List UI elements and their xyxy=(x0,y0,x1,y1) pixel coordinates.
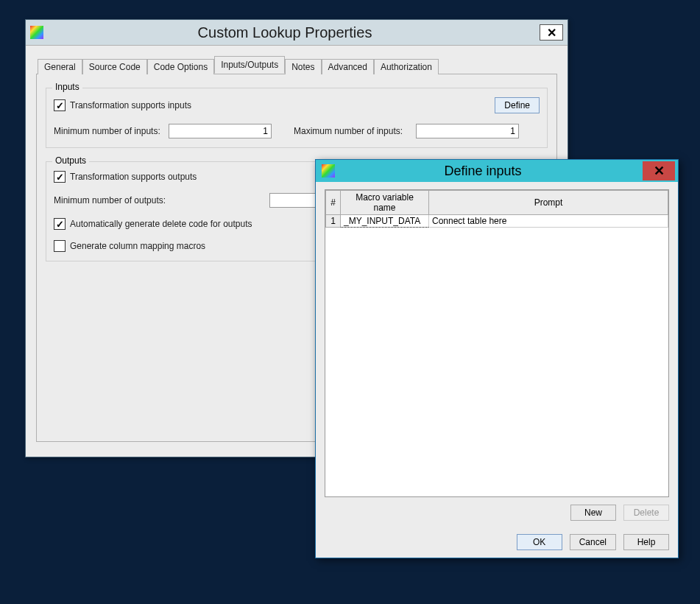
inputs-groupbox: Inputs Transformation supports inputs De… xyxy=(46,88,548,148)
ok-button[interactable]: OK xyxy=(517,534,562,550)
new-button[interactable]: New xyxy=(570,505,616,521)
tab-notes[interactable]: Notes xyxy=(285,59,321,74)
label-supports-inputs: Transformation supports inputs xyxy=(70,100,191,110)
dialog-button-row: OK Cancel Help xyxy=(325,534,669,550)
modal-title: Define inputs xyxy=(341,164,625,179)
label-min-inputs: Minimum number of inputs: xyxy=(54,126,164,136)
modal-titlebar[interactable]: Define inputs ✕ xyxy=(316,160,678,182)
modal-close-button[interactable]: ✕ xyxy=(643,161,675,180)
modal-body: # Macro variable name Prompt 1 _MY_INPUT… xyxy=(316,182,678,558)
grid-button-row: New Delete xyxy=(325,505,669,521)
main-titlebar[interactable]: Custom Lookup Properties ✕ xyxy=(26,20,568,46)
checkbox-supports-inputs[interactable] xyxy=(54,99,66,111)
cell-rownum: 1 xyxy=(326,215,341,228)
outputs-group-title: Outputs xyxy=(52,155,89,166)
column-header-number[interactable]: # xyxy=(326,191,341,215)
label-auto-delete: Automatically generate delete code for o… xyxy=(70,219,252,229)
input-max-inputs[interactable] xyxy=(416,124,519,138)
tab-authorization[interactable]: Authorization xyxy=(374,59,439,74)
label-gen-mapping: Generate column mapping macros xyxy=(70,241,205,251)
tab-source-code[interactable]: Source Code xyxy=(82,59,147,74)
cancel-button[interactable]: Cancel xyxy=(570,534,616,550)
checkbox-supports-outputs[interactable] xyxy=(54,171,66,183)
tab-code-options[interactable]: Code Options xyxy=(147,59,214,74)
checkbox-gen-mapping[interactable] xyxy=(54,240,66,252)
close-icon: ✕ xyxy=(547,26,556,40)
help-button[interactable]: Help xyxy=(623,534,669,550)
table-row[interactable]: 1 _MY_INPUT_DATA Connect table here xyxy=(326,215,668,228)
app-icon xyxy=(322,164,335,178)
define-inputs-dialog: Define inputs ✕ # Macro variable name Pr… xyxy=(315,159,679,558)
close-button[interactable]: ✕ xyxy=(540,24,563,41)
window-title: Custom Lookup Properties xyxy=(49,24,520,41)
define-inputs-button[interactable]: Define xyxy=(495,97,540,113)
close-icon: ✕ xyxy=(654,163,665,179)
delete-button: Delete xyxy=(623,505,669,521)
tab-advanced[interactable]: Advanced xyxy=(322,59,374,74)
tabstrip: General Source Code Code Options Inputs/… xyxy=(32,56,562,74)
cell-prompt[interactable]: Connect table here xyxy=(429,215,668,228)
checkbox-auto-delete[interactable] xyxy=(54,218,66,230)
inputs-grid[interactable]: # Macro variable name Prompt 1 _MY_INPUT… xyxy=(325,189,669,497)
app-icon xyxy=(30,26,43,39)
column-header-varname[interactable]: Macro variable name xyxy=(341,191,429,215)
column-header-prompt[interactable]: Prompt xyxy=(429,191,668,215)
inputs-group-title: Inputs xyxy=(52,82,82,92)
cell-varname[interactable]: _MY_INPUT_DATA xyxy=(341,215,429,228)
tab-inputs-outputs[interactable]: Inputs/Outputs xyxy=(214,56,285,74)
input-min-inputs[interactable] xyxy=(169,124,272,138)
label-supports-outputs: Transformation supports outputs xyxy=(70,172,197,182)
label-max-inputs: Maximum number of inputs: xyxy=(294,126,411,136)
tab-general[interactable]: General xyxy=(38,59,82,74)
label-min-outputs: Minimum number of outputs: xyxy=(54,195,166,206)
